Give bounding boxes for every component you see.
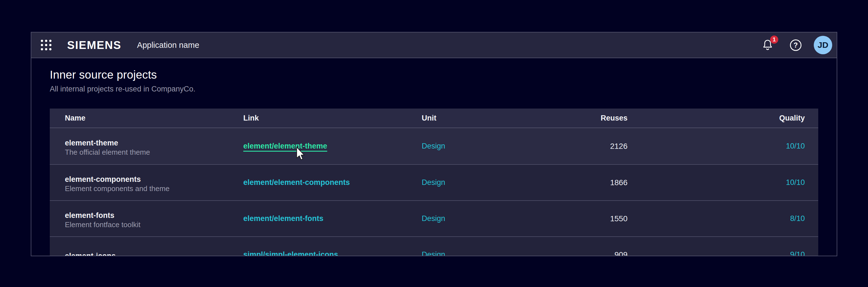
reuses-value: 1866 (597, 178, 636, 187)
project-description: Element components and theme (65, 184, 228, 193)
unit-link[interactable]: Design (422, 250, 445, 256)
project-description: The official element theme (65, 148, 228, 157)
table-row: element-theme The official element theme… (50, 128, 818, 164)
screen: SIEMENS Application name 1 ? JD Inner so… (0, 0, 868, 287)
quality-link[interactable]: 10/10 (786, 178, 805, 186)
project-link[interactable]: simpl/simpl-element-icons (243, 250, 338, 256)
page-title: Inner source projects (50, 68, 818, 81)
projects-table: Name Link Unit Reuses Quality element-th… (50, 109, 818, 256)
unit-link[interactable]: Design (422, 178, 445, 186)
app-header-bar: SIEMENS Application name 1 ? JD (31, 32, 837, 58)
question-mark-icon: ? (794, 42, 798, 49)
notification-count-badge: 1 (770, 35, 778, 44)
column-header-reuses: Reuses (597, 114, 636, 122)
page-content: Inner source projects All internal proje… (31, 68, 837, 256)
project-name: element-components (65, 175, 228, 184)
table-row: element-icons simpl/simpl-element-icons … (50, 236, 818, 256)
siemens-logo: SIEMENS (67, 39, 121, 52)
app-switcher-button[interactable] (41, 40, 52, 50)
apps-grid-icon (41, 40, 43, 42)
unit-link[interactable]: Design (422, 142, 445, 150)
quality-link[interactable]: 8/10 (790, 214, 805, 223)
table-row: element-fonts Element fontface toolkit e… (50, 200, 818, 236)
table-row: element-components Element components an… (50, 164, 818, 200)
quality-link[interactable]: 9/10 (790, 250, 805, 256)
help-button[interactable]: ? (790, 39, 801, 51)
application-name: Application name (137, 40, 199, 50)
project-description: Element fontface toolkit (65, 220, 228, 229)
project-link[interactable]: element/element-fonts (243, 214, 323, 223)
column-header-quality: Quality (636, 114, 818, 122)
project-link[interactable]: element/element-components (243, 178, 350, 186)
reuses-value: 2126 (597, 142, 636, 151)
column-header-unit: Unit (407, 114, 597, 122)
column-header-name: Name (50, 114, 228, 122)
table-header-row: Name Link Unit Reuses Quality (50, 109, 818, 128)
reuses-value: 909 (597, 250, 636, 257)
project-link[interactable]: element/element-theme (243, 142, 327, 150)
reuses-value: 1550 (597, 214, 636, 223)
project-name: element-theme (65, 139, 228, 148)
project-name: element-fonts (65, 211, 228, 220)
project-name: element-icons (65, 252, 228, 256)
app-window: SIEMENS Application name 1 ? JD Inner so… (31, 32, 837, 256)
page-subtitle: All internal projects re-used in Company… (50, 85, 818, 93)
quality-link[interactable]: 10/10 (786, 142, 805, 150)
notifications-button[interactable]: 1 (762, 38, 774, 52)
column-header-link: Link (228, 114, 407, 122)
unit-link[interactable]: Design (422, 214, 445, 223)
user-avatar-button[interactable]: JD (814, 36, 832, 54)
